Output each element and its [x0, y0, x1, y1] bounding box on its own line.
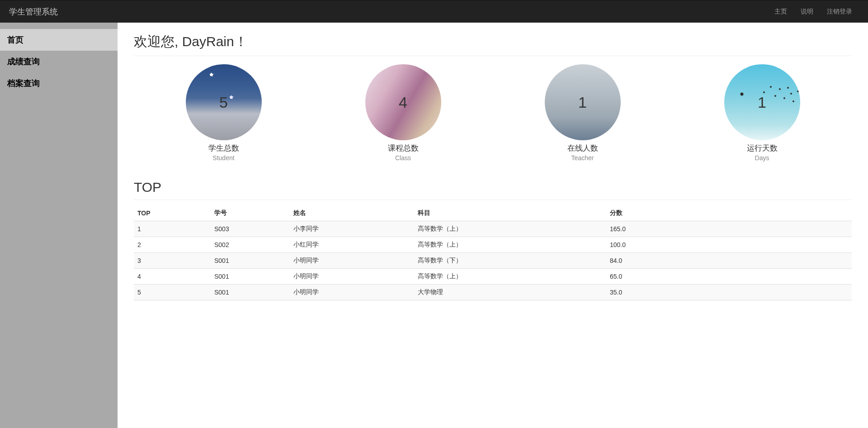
- app-brand: 学生管理系统: [9, 6, 58, 17]
- stat-circle-icon: 5: [186, 64, 262, 140]
- table-row: 5S001小明同学大学物理35.0: [134, 285, 852, 300]
- stat-title: 课程总数: [333, 143, 473, 153]
- table-cell: 3: [134, 253, 211, 269]
- stat-card-classes: 4 课程总数 Class: [333, 64, 473, 162]
- col-name: 姓名: [290, 205, 414, 221]
- table-cell: 大学物理: [414, 285, 606, 300]
- table-cell: 1: [134, 221, 211, 237]
- welcome-title: 欢迎您, DayRain！: [134, 33, 852, 56]
- main-content: 欢迎您, DayRain！ 5 学生总数 Student 4 课程总数 Clas…: [118, 23, 868, 428]
- table-cell: 小明同学: [290, 253, 414, 269]
- table-row: 4S001小明同学高等数学（上）65.0: [134, 269, 852, 285]
- stat-count: 5: [219, 94, 228, 111]
- top-table: TOP 学号 姓名 科目 分数 1S003小李同学高等数学（上）165.02S0…: [134, 205, 852, 300]
- table-cell: 2: [134, 237, 211, 253]
- sidebar: 首页 成绩查询 档案查询: [0, 23, 118, 428]
- table-cell: 高等数学（上）: [414, 237, 606, 253]
- table-header-row: TOP 学号 姓名 科目 分数: [134, 205, 852, 221]
- col-score: 分数: [606, 205, 852, 221]
- stat-title: 学生总数: [154, 143, 294, 153]
- table-row: 1S003小李同学高等数学（上）165.0: [134, 221, 852, 237]
- sidebar-item-label: 成绩查询: [7, 57, 40, 66]
- stat-circle-icon: 4: [365, 64, 441, 140]
- col-student-id: 学号: [211, 205, 290, 221]
- stat-circle-icon: 1: [545, 64, 621, 140]
- top-links: 主页 说明 注销登录: [768, 1, 859, 23]
- table-cell: 高等数学（上）: [414, 221, 606, 237]
- stat-card-days: 1 运行天数 Days: [692, 64, 832, 162]
- table-cell: 5: [134, 285, 211, 300]
- table-cell: 小明同学: [290, 285, 414, 300]
- stat-cards-row: 5 学生总数 Student 4 课程总数 Class 1 在线人数 Teach…: [134, 64, 852, 162]
- sidebar-item-home[interactable]: 首页: [0, 29, 118, 51]
- table-cell: 小李同学: [290, 221, 414, 237]
- table-cell: 小明同学: [290, 269, 414, 285]
- table-cell: 35.0: [606, 285, 852, 300]
- table-cell: 165.0: [606, 221, 852, 237]
- col-subject: 科目: [414, 205, 606, 221]
- table-cell: 100.0: [606, 237, 852, 253]
- table-cell: 高等数学（下）: [414, 253, 606, 269]
- stat-subtitle: Teacher: [513, 154, 653, 162]
- stat-circle-icon: 1: [724, 64, 800, 140]
- stat-card-students: 5 学生总数 Student: [154, 64, 294, 162]
- table-cell: 4: [134, 269, 211, 285]
- top-navbar: 学生管理系统 主页 说明 注销登录: [0, 0, 868, 23]
- page-container: 首页 成绩查询 档案查询 欢迎您, DayRain！ 5 学生总数 Studen…: [0, 23, 868, 428]
- table-cell: 小红同学: [290, 237, 414, 253]
- stat-count: 1: [758, 94, 766, 111]
- table-cell: S001: [211, 253, 290, 269]
- stat-card-online: 1 在线人数 Teacher: [513, 64, 653, 162]
- top-section-title: TOP: [134, 180, 852, 200]
- stat-subtitle: Student: [154, 154, 294, 162]
- sidebar-item-grades[interactable]: 成绩查询: [0, 51, 118, 72]
- stat-count: 4: [399, 94, 407, 111]
- table-cell: S003: [211, 221, 290, 237]
- stat-title: 运行天数: [692, 143, 832, 153]
- table-cell: 高等数学（上）: [414, 269, 606, 285]
- stat-subtitle: Days: [692, 154, 832, 162]
- nav-info-link[interactable]: 说明: [794, 1, 820, 23]
- sidebar-item-archive[interactable]: 档案查询: [0, 72, 118, 94]
- sidebar-item-label: 首页: [7, 35, 24, 44]
- stat-subtitle: Class: [333, 154, 473, 162]
- nav-logout-link[interactable]: 注销登录: [820, 1, 859, 23]
- sidebar-item-label: 档案查询: [7, 79, 40, 88]
- stat-count: 1: [578, 94, 587, 111]
- table-row: 3S001小明同学高等数学（下）84.0: [134, 253, 852, 269]
- table-cell: S002: [211, 237, 290, 253]
- table-cell: 84.0: [606, 253, 852, 269]
- col-top: TOP: [134, 205, 211, 221]
- table-row: 2S002小红同学高等数学（上）100.0: [134, 237, 852, 253]
- nav-home-link[interactable]: 主页: [768, 1, 794, 23]
- table-cell: 65.0: [606, 269, 852, 285]
- stat-title: 在线人数: [513, 143, 653, 153]
- table-cell: S001: [211, 269, 290, 285]
- table-cell: S001: [211, 285, 290, 300]
